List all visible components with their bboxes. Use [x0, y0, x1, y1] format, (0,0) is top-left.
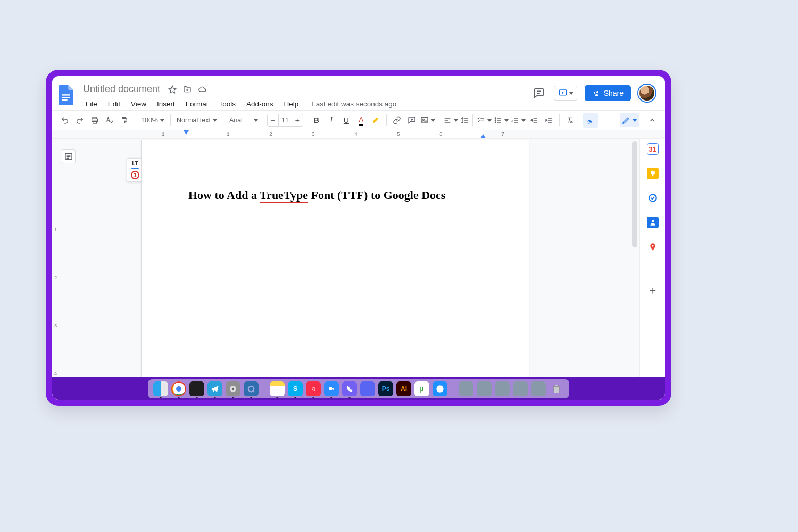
dock-illustrator-icon[interactable]: Ai: [396, 381, 411, 396]
menu-edit[interactable]: Edit: [103, 98, 125, 110]
document-page[interactable]: How to Add a TrueType Font (TTF) to Goog…: [141, 140, 529, 402]
indent-increase-icon[interactable]: [542, 113, 556, 128]
dock-settings-icon[interactable]: [226, 381, 240, 396]
comments-icon[interactable]: [531, 86, 546, 101]
dock-viber-icon[interactable]: [342, 381, 357, 396]
dock-telegram-icon[interactable]: [207, 381, 222, 396]
redo-icon[interactable]: [72, 113, 87, 128]
input-tools-icon[interactable]: [583, 113, 598, 128]
line-spacing-icon[interactable]: [459, 113, 470, 127]
share-button[interactable]: Share: [585, 85, 631, 101]
text-color-icon[interactable]: A: [354, 113, 369, 128]
font-family-select[interactable]: Arial: [226, 113, 261, 127]
add-addon-icon[interactable]: ＋: [647, 284, 659, 296]
menu-file[interactable]: File: [81, 98, 102, 110]
insert-link-icon[interactable]: [389, 113, 404, 128]
menu-tools[interactable]: Tools: [214, 98, 241, 110]
vertical-ruler[interactable]: 1 2 3 4: [52, 139, 62, 402]
ruler-mark: 4: [354, 131, 357, 137]
dock-utorrent-icon[interactable]: µ: [414, 381, 429, 396]
move-folder-icon[interactable]: [182, 85, 192, 94]
dock-minimized-window[interactable]: [513, 381, 528, 396]
highlight-icon[interactable]: [369, 113, 384, 128]
menu-bar: File Edit View Insert Format Tools Add-o…: [81, 98, 396, 110]
maps-icon[interactable]: [647, 241, 659, 253]
dock-safari-icon[interactable]: [433, 381, 447, 396]
document-heading[interactable]: How to Add a TrueType Font (TTF) to Goog…: [188, 188, 482, 202]
ruler-right-indent-icon[interactable]: [480, 134, 486, 138]
zoom-select[interactable]: 100%: [138, 113, 168, 127]
style-value: Normal text: [177, 117, 211, 124]
star-icon[interactable]: [168, 85, 177, 94]
dock-music-icon[interactable]: ♫: [306, 381, 321, 396]
dock-minimized-window[interactable]: [531, 381, 546, 396]
numbered-list-icon[interactable]: 12: [510, 113, 527, 127]
dock-trash-icon[interactable]: [549, 381, 564, 396]
title-bar: Untitled document File Edit View Insert …: [52, 76, 665, 110]
align-icon[interactable]: [442, 113, 459, 127]
keep-icon[interactable]: [647, 168, 659, 179]
underline-icon[interactable]: U: [339, 113, 354, 128]
font-size-group: − 11 +: [267, 114, 303, 127]
print-icon[interactable]: [87, 113, 102, 128]
vertical-scrollbar[interactable]: [632, 141, 637, 247]
macos-dock: S ♫ Ps Ai µ: [148, 379, 569, 398]
menu-help[interactable]: Help: [279, 98, 303, 110]
paint-format-icon[interactable]: [117, 113, 132, 128]
outline-toggle-icon[interactable]: [62, 149, 76, 163]
menu-view[interactable]: View: [126, 98, 151, 110]
tasks-icon[interactable]: [647, 192, 659, 204]
dock-minimized-window[interactable]: [459, 381, 473, 396]
paragraph-style-select[interactable]: Normal text: [173, 113, 220, 127]
chevron-down-icon: [569, 92, 573, 95]
menu-format[interactable]: Format: [181, 98, 213, 110]
last-edit-link[interactable]: Last edit was seconds ago: [312, 100, 396, 108]
bold-icon[interactable]: B: [309, 113, 324, 128]
horizontal-ruler[interactable]: 1 1 2 3 4 5 6 7: [52, 130, 665, 139]
account-avatar[interactable]: [638, 85, 655, 102]
document-name[interactable]: Untitled document: [81, 82, 162, 96]
editing-mode-select[interactable]: [620, 113, 639, 127]
desktop-strip: S ♫ Ps Ai µ: [52, 377, 665, 400]
svg-point-50: [436, 385, 443, 392]
indent-decrease-icon[interactable]: [527, 113, 542, 128]
dock-minimized-window[interactable]: [495, 381, 510, 396]
font-value: Arial: [229, 117, 243, 124]
dock-zoom-icon[interactable]: [324, 381, 339, 396]
font-size-value[interactable]: 11: [278, 114, 292, 126]
dock-discord-icon[interactable]: [360, 381, 375, 396]
svg-rect-2: [62, 99, 68, 101]
dock-chrome-icon[interactable]: [171, 381, 186, 396]
italic-icon[interactable]: I: [324, 113, 339, 128]
dock-notes-icon[interactable]: [270, 381, 285, 396]
spellcheck-icon[interactable]: [102, 113, 117, 128]
insert-image-icon[interactable]: [419, 113, 436, 127]
dock-finder-icon[interactable]: [153, 381, 168, 396]
contacts-icon[interactable]: [647, 217, 659, 228]
calendar-icon[interactable]: 31: [647, 143, 659, 155]
menu-insert[interactable]: Insert: [152, 98, 180, 110]
svg-marker-3: [169, 86, 176, 93]
checklist-icon[interactable]: [476, 113, 493, 127]
dock-skype-icon[interactable]: S: [288, 381, 303, 396]
clear-formatting-icon[interactable]: [562, 113, 577, 128]
collapse-toolbar-icon[interactable]: [645, 113, 660, 128]
undo-icon[interactable]: [57, 113, 72, 128]
cloud-status-icon[interactable]: [197, 85, 207, 94]
docs-logo-icon[interactable]: [56, 81, 77, 108]
chevron-down-icon: [521, 119, 526, 122]
heading-spellcheck-word: TrueType: [260, 188, 308, 203]
font-size-decrease[interactable]: −: [268, 114, 278, 126]
ruler-left-indent-icon[interactable]: [184, 130, 189, 135]
chevron-down-icon: [487, 119, 492, 122]
dock-photoshop-icon[interactable]: Ps: [378, 381, 393, 396]
menu-addons[interactable]: Add-ons: [242, 98, 278, 110]
font-size-increase[interactable]: +: [292, 114, 303, 126]
dock-minimized-window[interactable]: [477, 381, 492, 396]
svg-rect-0: [62, 94, 70, 95]
dock-quicktime-icon[interactable]: [244, 381, 259, 396]
add-comment-icon[interactable]: [404, 113, 419, 128]
bulleted-list-icon[interactable]: [493, 113, 510, 127]
dock-figma-icon[interactable]: [189, 381, 204, 396]
present-button[interactable]: [554, 86, 577, 101]
